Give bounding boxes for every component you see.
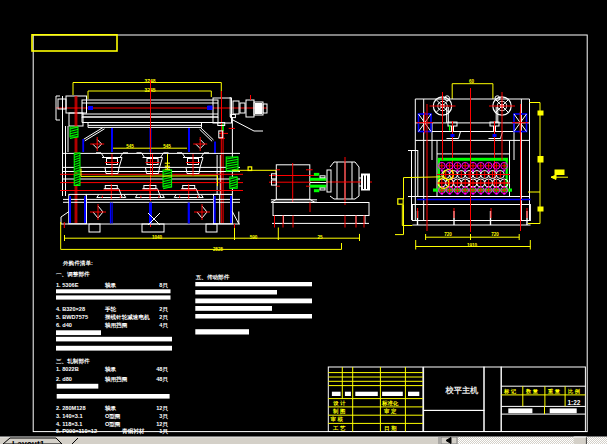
- svg-text:青铜衬材: 青铜衬材: [121, 428, 145, 435]
- svg-text:轴用挡圈: 轴用挡圈: [104, 322, 128, 329]
- svg-text:校平主机: 校平主机: [445, 385, 479, 395]
- svg-text:一、调整部件: 一、调整部件: [56, 271, 90, 278]
- svg-text:设 计: 设 计: [333, 400, 346, 406]
- svg-text:590: 590: [250, 235, 258, 240]
- svg-text:2. d80: 2. d80: [56, 376, 72, 382]
- svg-text:2只: 2只: [159, 306, 168, 313]
- svg-text:2525: 2525: [213, 247, 224, 252]
- svg-text:1910: 1910: [467, 243, 478, 248]
- svg-text:工 艺: 工 艺: [332, 425, 346, 431]
- svg-text:1. 8022B: 1. 8022B: [56, 366, 79, 372]
- svg-text:日 期: 日 期: [384, 425, 397, 432]
- svg-text:O型圈: O型圈: [105, 421, 121, 428]
- svg-text:25: 25: [317, 235, 323, 240]
- svg-text:545: 545: [126, 144, 134, 149]
- svg-text:三、轧制部件: 三、轧制部件: [56, 358, 90, 365]
- svg-text:60: 60: [469, 79, 475, 84]
- svg-text:O型圈: O型圈: [105, 413, 121, 420]
- svg-text:720: 720: [491, 232, 499, 237]
- svg-text:2. 280M128: 2. 280M128: [56, 405, 86, 411]
- svg-text:5. BWD7575: 5. BWD7575: [56, 314, 88, 320]
- svg-text:重 量: 重 量: [547, 388, 561, 394]
- svg-text:轴承: 轴承: [104, 405, 117, 412]
- svg-text:6. d40: 6. d40: [56, 322, 72, 328]
- svg-text:48只: 48只: [156, 376, 168, 383]
- svg-text:审 核: 审 核: [331, 416, 344, 422]
- svg-text:12只: 12只: [156, 421, 168, 428]
- svg-text:4. B320×28: 4. B320×28: [56, 306, 85, 312]
- svg-text:720: 720: [444, 232, 452, 237]
- svg-text:4只: 4只: [159, 322, 168, 329]
- svg-text:5. P090×110×12: 5. P090×110×12: [56, 428, 97, 434]
- svg-text:1. 5306E: 1. 5306E: [56, 282, 79, 288]
- svg-text:制 图: 制 图: [332, 408, 345, 415]
- svg-text:审 定: 审 定: [384, 408, 397, 415]
- svg-text:轴承: 轴承: [104, 282, 117, 289]
- svg-text:Layout1: Layout1: [12, 439, 45, 444]
- svg-text:3只: 3只: [159, 413, 168, 420]
- svg-text:数 量: 数 量: [525, 388, 539, 394]
- svg-text:摆线针轮减速电机: 摆线针轮减速电机: [104, 314, 150, 321]
- svg-text:3. 140×3.1: 3. 140×3.1: [56, 413, 83, 419]
- svg-text:比 例: 比 例: [568, 388, 580, 395]
- svg-text:外购件清单:: 外购件清单:: [62, 260, 93, 267]
- svg-text:4. 118×3.1: 4. 118×3.1: [56, 421, 82, 427]
- svg-text:手轮: 手轮: [104, 306, 117, 313]
- svg-text:1040: 1040: [152, 235, 163, 240]
- svg-text:2只: 2只: [159, 314, 168, 321]
- svg-text:1只: 1只: [159, 428, 168, 435]
- svg-text:545: 545: [163, 144, 171, 149]
- svg-text:8只: 8只: [159, 282, 168, 289]
- svg-text:标准化: 标准化: [381, 400, 399, 407]
- svg-text:1:22: 1:22: [568, 399, 581, 406]
- svg-text:轴承: 轴承: [104, 366, 117, 373]
- svg-text:轴用挡圈: 轴用挡圈: [104, 376, 128, 383]
- svg-text:12只: 12只: [156, 405, 168, 412]
- svg-text:五、传动部件: 五、传动部件: [195, 274, 230, 281]
- svg-text:标 记: 标 记: [503, 388, 517, 395]
- svg-text:48只: 48只: [156, 366, 168, 373]
